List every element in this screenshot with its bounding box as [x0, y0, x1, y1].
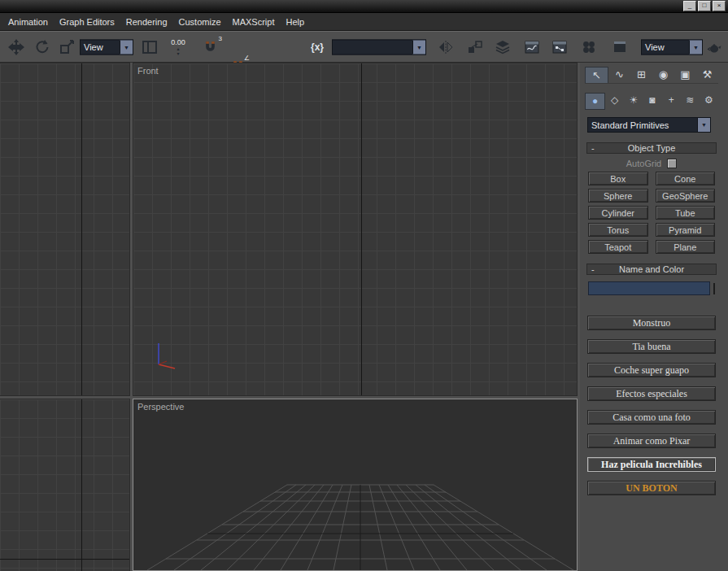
- schematic-view-icon: [551, 39, 568, 55]
- tab-utilities-icon[interactable]: ⚒: [696, 67, 718, 83]
- render-setup-button[interactable]: [610, 37, 630, 57]
- viewport-perspective[interactable]: Perspective: [133, 399, 578, 571]
- category-systems-icon[interactable]: ⚙: [700, 93, 718, 110]
- viewport-front[interactable]: Front: [133, 63, 578, 396]
- close-button[interactable]: ×: [713, 1, 726, 11]
- offset-spinner[interactable]: 0.00 ▴▾: [164, 38, 192, 56]
- 3dsmax-window: _ □ × Animation Graph Editors Rendering …: [0, 0, 728, 571]
- category-shapes-icon[interactable]: ◇: [605, 93, 624, 110]
- minimize-button[interactable]: _: [683, 1, 696, 11]
- layout-button[interactable]: [140, 37, 159, 57]
- pyramid-button[interactable]: Pyramid: [656, 223, 716, 237]
- spinner-arrows-icon[interactable]: ▴▾: [177, 46, 179, 56]
- tia-buena-button[interactable]: Tia buena: [587, 339, 716, 354]
- perspective-grid: [133, 399, 577, 570]
- category-geometry-icon[interactable]: ●: [585, 93, 605, 110]
- torus-button[interactable]: Torus: [588, 223, 648, 237]
- command-panel-tabs: ↖ ∿ ⊞ ◉ ▣ ⚒: [585, 67, 718, 84]
- efectos-especiales-button[interactable]: Efectos especiales: [587, 386, 716, 401]
- rollout-object-type[interactable]: - Object Type: [586, 142, 717, 154]
- render-view-combo[interactable]: View ▼: [641, 39, 703, 54]
- layer-manager-button[interactable]: [493, 37, 512, 57]
- align-icon: [467, 39, 483, 55]
- viewport-label-perspective: Perspective: [137, 402, 184, 412]
- primitive-buttons: Box Cone Sphere GeoSphere Cylinder Tube …: [588, 172, 715, 254]
- dropdown-arrow-icon[interactable]: ▼: [697, 118, 710, 132]
- sphere-button[interactable]: Sphere: [588, 189, 648, 203]
- viewport-left-top[interactable]: [0, 63, 130, 396]
- layers-icon: [495, 39, 511, 55]
- menu-help[interactable]: Help: [281, 14, 311, 30]
- tab-modify-icon[interactable]: ∿: [608, 67, 630, 83]
- reference-coordinate-combo[interactable]: View ▼: [80, 39, 133, 54]
- object-color-swatch[interactable]: [713, 283, 715, 294]
- rollout-name-and-color[interactable]: - Name and Color: [586, 264, 717, 275]
- autogrid-row: AutoGrid: [586, 158, 717, 169]
- category-lights-icon[interactable]: ☀: [624, 93, 643, 110]
- axis-line: [361, 63, 362, 395]
- teapot-button[interactable]: Teapot: [588, 240, 648, 254]
- plane-button[interactable]: Plane: [656, 240, 716, 254]
- haz-pelicula-increhibles-button[interactable]: Haz pelicula Increhibles: [587, 457, 716, 472]
- autogrid-checkbox[interactable]: [667, 159, 677, 168]
- snap-3d-badge: 3: [219, 35, 222, 42]
- menu-rendering[interactable]: Rendering: [120, 14, 173, 30]
- axis-line: [81, 63, 82, 395]
- viewport-left-bottom[interactable]: [0, 399, 130, 571]
- align-button[interactable]: [465, 37, 485, 57]
- quick-render-button[interactable]: [704, 37, 724, 57]
- category-cameras-icon[interactable]: ◙: [643, 93, 661, 110]
- custom-script-buttons: Monstruo Tia buena Coche super guapo Efe…: [587, 316, 716, 495]
- coche-super-guapo-button[interactable]: Coche super guapo: [587, 363, 716, 377]
- menu-graph-editors[interactable]: Graph Editors: [54, 14, 120, 30]
- window-panes-icon: [142, 39, 158, 55]
- cone-button[interactable]: Cone: [656, 172, 716, 185]
- tab-display-icon[interactable]: ▣: [674, 67, 696, 83]
- menu-maxscript[interactable]: MAXScript: [227, 14, 281, 30]
- schematic-view-button[interactable]: [550, 37, 569, 57]
- axis-tripod-icon: [150, 342, 182, 375]
- object-name-field[interactable]: [588, 281, 710, 295]
- cylinder-button[interactable]: Cylinder: [588, 206, 648, 220]
- name-color-row: [588, 281, 715, 295]
- mirror-button[interactable]: [436, 37, 456, 57]
- un-boton-button[interactable]: UN BOTON: [587, 481, 716, 495]
- box-button[interactable]: Box: [588, 172, 648, 185]
- main-toolbar: View ▼ 0.00 ▴▾ 3: [0, 31, 728, 63]
- reference-coordinate-value: View: [81, 42, 120, 52]
- material-editor-icon: [581, 39, 597, 55]
- category-space-warps-icon[interactable]: ≋: [681, 93, 700, 110]
- snap-toggle-button[interactable]: 3: [200, 37, 220, 57]
- geosphere-button[interactable]: GeoSphere: [656, 189, 716, 203]
- scale-button[interactable]: [57, 37, 76, 57]
- monstruo-button[interactable]: Monstruo: [587, 316, 716, 330]
- offset-spinner-value: 0.00: [171, 38, 185, 46]
- casa-como-una-foto-button[interactable]: Casa como una foto: [587, 410, 716, 425]
- title-bar[interactable]: _ □ ×: [0, 0, 728, 13]
- tab-motion-icon[interactable]: ◉: [652, 67, 674, 83]
- dropdown-arrow-icon[interactable]: ▼: [689, 40, 702, 54]
- menu-animation[interactable]: Animation: [2, 14, 54, 30]
- viewport-area: Front Perspective: [0, 63, 580, 571]
- category-helpers-icon[interactable]: +: [662, 93, 681, 110]
- rollout-title: Name and Color: [619, 264, 684, 274]
- material-editor-button[interactable]: [579, 37, 599, 57]
- menu-bar: Animation Graph Editors Rendering Custom…: [0, 13, 728, 31]
- rotate-button[interactable]: [33, 37, 52, 57]
- menu-customize[interactable]: Customize: [173, 14, 227, 30]
- move-button[interactable]: [7, 37, 26, 57]
- subcategory-dropdown[interactable]: Standard Primitives ▼: [587, 117, 711, 133]
- dropdown-arrow-icon[interactable]: ▼: [412, 40, 425, 54]
- tab-create-icon[interactable]: ↖: [585, 67, 608, 83]
- collapse-icon: -: [591, 264, 595, 274]
- named-selection-sets-combo[interactable]: ▼: [332, 39, 426, 54]
- tube-button[interactable]: Tube: [656, 206, 716, 220]
- restore-button[interactable]: □: [698, 1, 711, 11]
- selection-set-brackets[interactable]: {x}: [311, 41, 324, 53]
- rollout-title: Object Type: [628, 143, 676, 153]
- animar-como-pixar-button[interactable]: Animar como Pixar: [587, 434, 716, 448]
- curve-editor-button[interactable]: [522, 37, 542, 57]
- tab-hierarchy-icon[interactable]: ⊞: [630, 67, 652, 83]
- dropdown-arrow-icon[interactable]: ▼: [120, 40, 133, 54]
- viewport-label-front: Front: [137, 66, 159, 76]
